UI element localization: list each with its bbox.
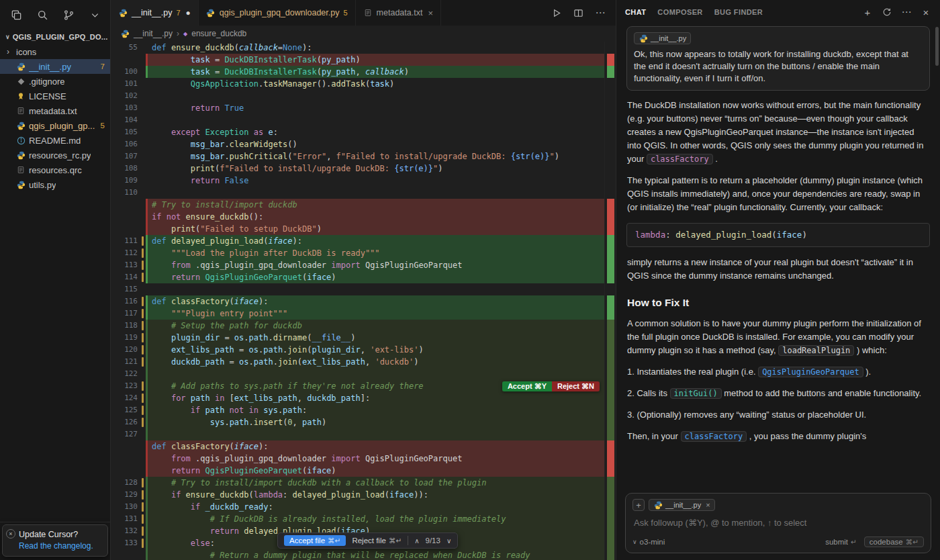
code-line: 109 return False <box>111 175 604 187</box>
tab-qgis-plugin-gpq-downloader-py[interactable]: qgis_plugin_gpq_downloader.py5 <box>199 0 356 26</box>
gutter-change-mark <box>140 404 146 416</box>
file-utils-py[interactable]: utils.py <box>0 177 110 192</box>
add-context-button[interactable]: + <box>632 499 645 511</box>
ruler-diff-mark <box>607 477 614 489</box>
code-line: 101 QgsApplication.taskManager().addTask… <box>111 78 604 90</box>
ruler-diff-mark <box>607 525 614 537</box>
split-editor-icon[interactable] <box>572 7 584 19</box>
ruler-diff-mark <box>607 235 614 247</box>
remove-context-icon[interactable]: × <box>706 501 710 509</box>
inline-reject-button[interactable]: Reject ⌘N <box>552 381 600 391</box>
overview-ruler[interactable] <box>604 42 616 560</box>
code-line: def classFactory(iface): <box>111 440 604 453</box>
chat-input-placeholder[interactable]: Ask followup (⌘Y), @ to mention, ↑ to se… <box>632 511 924 536</box>
submit-button[interactable]: submit ↵ <box>825 538 857 546</box>
explorer-header[interactable]: ∨ QGIS_PLUGIN_GPQ_DO... <box>0 30 110 44</box>
file-icons[interactable]: ›icons <box>0 44 110 59</box>
code-line: 112 """Load the plugin after DuckDB is r… <box>111 247 604 259</box>
accept-file-button[interactable]: Accept file⌘↵ <box>284 535 346 546</box>
file-resources-rc-py[interactable]: resources_rc.py <box>0 148 110 162</box>
line-number: 112 <box>111 247 140 259</box>
file-init-py[interactable]: __init__.py7 <box>0 59 110 74</box>
line-number: 120 <box>111 344 140 356</box>
line-number: 131 <box>111 513 140 525</box>
codebase-button[interactable]: codebase ⌘↵ <box>864 536 924 547</box>
line-number: 127 <box>111 428 140 440</box>
ruler-diff-mark <box>607 247 614 259</box>
assistant-paragraph: The DuckDB installation now works withou… <box>627 99 929 166</box>
ruler-diff-mark <box>607 537 614 549</box>
line-number: 113 <box>111 259 140 271</box>
next-diff-icon[interactable]: ∨ <box>446 537 451 545</box>
history-icon[interactable] <box>882 7 892 17</box>
input-context-chip[interactable]: __init__.py × <box>649 499 715 511</box>
line-number: 101 <box>111 78 140 90</box>
file-readme-md[interactable]: README.md <box>0 133 110 148</box>
file-license[interactable]: LICENSE <box>0 89 110 103</box>
previous-diff-icon[interactable]: ∧ <box>414 537 419 545</box>
code-editor[interactable]: 55def ensure_duckdb(callback=None): task… <box>111 42 616 560</box>
ruler-diff-mark <box>607 332 614 344</box>
model-selector[interactable]: ∨ o3-mini <box>632 538 665 546</box>
line-number: 105 <box>111 126 140 138</box>
gutter-change-mark <box>140 295 146 308</box>
line-number: 107 <box>111 150 140 162</box>
line-number: 110 <box>111 187 140 199</box>
breadcrumb[interactable]: __init__.py › ◆ ensure_duckdb <box>111 26 616 42</box>
git-branch-icon[interactable] <box>62 9 75 21</box>
code-line: 118 # Setup the path for duckdb <box>111 320 604 332</box>
close-tab-icon[interactable]: × <box>428 8 433 18</box>
line-number: 121 <box>111 356 140 368</box>
file-metadata-txt[interactable]: metadata.txt <box>0 103 110 118</box>
modified-dot-icon[interactable]: ● <box>186 8 191 17</box>
inline-accept-button[interactable]: Accept ⌘Y <box>502 381 552 391</box>
tab-chat[interactable]: CHAT <box>625 8 646 16</box>
gutter-change-mark <box>140 247 146 259</box>
line-number <box>111 211 140 223</box>
file-gitignore[interactable]: .gitignore <box>0 74 110 89</box>
reject-file-button[interactable]: Reject file⌘↵ <box>352 536 402 545</box>
file-label: icons <box>16 47 36 57</box>
code-line: 106 msg_bar.clearWidgets() <box>111 138 604 150</box>
line-number <box>111 465 140 477</box>
more-icon[interactable]: ⋯ <box>594 7 606 19</box>
code-line: 129 if ensure_duckdb(lambda: delayed_plu… <box>111 489 604 501</box>
code-line: from .qgis_plugin_gpq_downloader import … <box>111 453 604 465</box>
assistant-paragraph: 2. Calls its initGui() method to add the… <box>627 387 929 400</box>
chat-input[interactable]: + __init__.py × Ask followup (⌘Y), @ to … <box>625 493 931 553</box>
git-file-icon <box>16 77 26 86</box>
ruler-diff-mark <box>607 549 614 560</box>
close-notification-icon[interactable]: × <box>6 529 15 539</box>
changelog-link[interactable]: Read the changelog. <box>19 541 102 551</box>
context-file-chip[interactable]: __init__.py <box>634 32 691 44</box>
files-icon[interactable] <box>10 9 22 21</box>
python-file-icon <box>16 121 26 130</box>
tab-metadata-txt[interactable]: metadata.txt× <box>356 0 441 26</box>
run-icon[interactable] <box>550 7 562 19</box>
ruler-diff-mark <box>607 66 614 78</box>
tab-composer[interactable]: COMPOSER <box>657 8 702 16</box>
gutter-change-mark <box>140 356 146 368</box>
chat-more-icon[interactable]: ⋯ <box>901 7 912 17</box>
ruler-diff-mark <box>607 308 614 320</box>
editor-group: __init__.py7●qgis_plugin_gpq_downloader.… <box>111 0 616 560</box>
python-file-icon <box>120 29 130 38</box>
file-resources-qrc[interactable]: resources.qrc <box>0 162 110 177</box>
file-qgis-plugin-gp[interactable]: qgis_plugin_gp...5 <box>0 118 110 133</box>
ruler-diff-mark <box>607 404 614 416</box>
tab-bug-finder[interactable]: BUG FINDER <box>714 8 763 16</box>
search-icon[interactable] <box>36 9 48 21</box>
close-chat-icon[interactable]: × <box>921 7 931 17</box>
chat-messages-area: __init__.py Ok, this now appears to tota… <box>616 24 940 489</box>
line-number: 129 <box>111 489 140 501</box>
new-chat-icon[interactable]: + <box>862 7 873 17</box>
folder-chevron-icon: › <box>7 47 13 56</box>
ruler-diff-mark <box>607 465 614 477</box>
chat-scrollbar[interactable] <box>935 27 939 66</box>
code-line: 108 print(f"Failed to install/upgrade Du… <box>111 162 604 175</box>
change-count-badge: 7 <box>176 9 180 17</box>
gutter-change-mark <box>140 525 146 537</box>
chevron-down-icon[interactable] <box>89 9 101 21</box>
chat-panel: CHATCOMPOSERBUG FINDER +⋯× __init__.py O… <box>616 0 940 560</box>
tab-init-py[interactable]: __init__.py7● <box>111 0 199 26</box>
